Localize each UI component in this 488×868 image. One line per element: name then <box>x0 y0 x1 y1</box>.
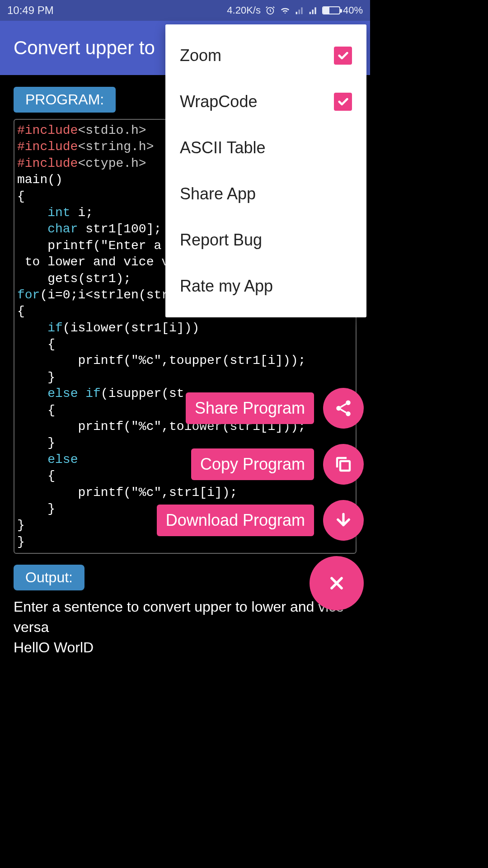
menu-label: WrapCode <box>180 92 257 111</box>
svg-point-1 <box>346 401 351 406</box>
close-fab[interactable] <box>310 556 364 610</box>
wrapcode-checkbox[interactable] <box>334 93 352 111</box>
copy-icon <box>334 455 353 474</box>
wifi-icon <box>280 5 291 15</box>
fab-row-copy: Copy Program <box>191 444 364 485</box>
check-icon <box>337 49 349 62</box>
share-program-chip[interactable]: Share Program <box>186 392 314 424</box>
battery-icon <box>322 6 340 14</box>
status-time: 10:49 PM <box>7 4 227 17</box>
output-line: HellO WorlD <box>14 637 357 658</box>
copy-fab[interactable] <box>323 444 364 485</box>
menu-item-report-bug[interactable]: Report Bug <box>165 217 366 263</box>
status-speed: 4.20K/s <box>227 5 261 16</box>
menu-label: ASCII Table <box>180 138 265 157</box>
fab-row-close <box>310 556 364 610</box>
battery-indicator: 40% <box>322 5 363 16</box>
menu-item-rate-app[interactable]: Rate my App <box>165 263 366 309</box>
copy-program-chip[interactable]: Copy Program <box>191 448 314 480</box>
svg-point-3 <box>346 411 351 416</box>
overflow-menu: Zoom WrapCode ASCII Table Share App Repo… <box>165 24 366 317</box>
check-icon <box>337 95 349 108</box>
menu-item-zoom[interactable]: Zoom <box>165 33 366 79</box>
status-right: 4.20K/s 40% <box>227 5 363 16</box>
menu-item-wrapcode[interactable]: WrapCode <box>165 79 366 125</box>
menu-label: Report Bug <box>180 231 262 250</box>
signal-icon-2 <box>309 6 318 15</box>
status-bar: 10:49 PM 4.20K/s 40% <box>0 0 370 21</box>
download-icon <box>334 511 353 530</box>
share-icon <box>334 399 353 418</box>
menu-item-ascii-table[interactable]: ASCII Table <box>165 125 366 171</box>
page-title: Convert upper to <box>14 37 155 59</box>
menu-label: Rate my App <box>180 277 273 296</box>
download-program-chip[interactable]: Download Program <box>157 505 314 536</box>
program-label: PROGRAM: <box>14 87 116 113</box>
output-label: Output: <box>14 565 84 590</box>
menu-label: Zoom <box>180 46 221 65</box>
zoom-checkbox[interactable] <box>334 47 352 65</box>
close-icon <box>327 573 347 593</box>
fab-row-share: Share Program <box>186 388 364 429</box>
menu-label: Share App <box>180 184 256 203</box>
svg-rect-4 <box>340 461 350 471</box>
fab-row-download: Download Program <box>157 500 364 541</box>
share-fab[interactable] <box>323 388 364 429</box>
signal-icon-1 <box>295 6 304 15</box>
alarm-icon <box>265 5 275 15</box>
svg-point-2 <box>336 406 341 411</box>
menu-item-share-app[interactable]: Share App <box>165 171 366 217</box>
download-fab[interactable] <box>323 500 364 541</box>
fab-column: Share Program Copy Program Download Prog… <box>157 388 364 610</box>
battery-percent: 40% <box>343 5 363 16</box>
